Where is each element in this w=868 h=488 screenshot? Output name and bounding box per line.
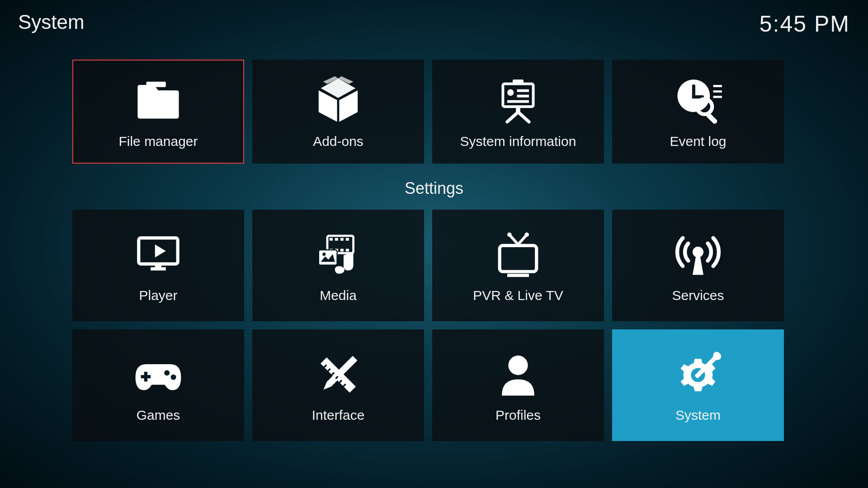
tile-services[interactable]: Services: [612, 210, 784, 321]
tile-label: Media: [320, 288, 357, 303]
tile-pvr-live-tv[interactable]: PVR & Live TV: [432, 210, 604, 321]
svg-point-2: [507, 89, 514, 96]
svg-rect-21: [346, 238, 349, 240]
top-row: File manager Add-ons: [72, 60, 796, 164]
tile-label: System: [675, 408, 721, 423]
presentation-icon: [491, 74, 545, 128]
tile-label: Profiles: [495, 408, 541, 423]
svg-rect-24: [340, 249, 344, 251]
user-icon: [491, 348, 545, 402]
svg-point-46: [508, 355, 528, 375]
svg-rect-7: [513, 80, 524, 84]
page-title: System: [18, 11, 85, 33]
svg-rect-31: [507, 273, 529, 277]
settings-heading: Settings: [72, 179, 796, 198]
monitor-play-icon: [131, 228, 185, 282]
gamepad-icon: [131, 348, 185, 402]
svg-rect-26: [319, 250, 337, 265]
tile-system-information[interactable]: System information: [432, 60, 604, 164]
box-icon: [311, 74, 365, 128]
gear-wrench-icon: [671, 348, 725, 402]
svg-point-32: [693, 246, 703, 257]
folder-icon: [131, 74, 185, 128]
svg-point-35: [164, 370, 170, 375]
tile-interface[interactable]: Interface: [252, 329, 424, 441]
tile-label: Add-ons: [313, 134, 363, 149]
svg-rect-19: [335, 238, 338, 240]
svg-point-30: [524, 232, 529, 237]
svg-rect-5: [507, 100, 529, 103]
svg-rect-12: [713, 90, 722, 93]
tile-label: Games: [137, 408, 180, 423]
svg-point-27: [322, 253, 326, 256]
clock-search-icon: [671, 74, 725, 128]
tile-file-manager[interactable]: File manager: [72, 60, 244, 164]
broadcast-icon: [671, 228, 725, 282]
tile-label: Services: [672, 288, 724, 303]
media-stack-icon: [311, 228, 365, 282]
svg-rect-16: [155, 264, 161, 268]
tile-media[interactable]: Media: [252, 210, 424, 321]
svg-point-29: [507, 232, 512, 237]
tile-label: PVR & Live TV: [473, 288, 563, 303]
tv-icon: [491, 228, 545, 282]
svg-rect-3: [517, 89, 529, 92]
tile-add-ons[interactable]: Add-ons: [252, 60, 424, 164]
tile-label: Interface: [312, 408, 365, 423]
clock: 5:45 PM: [760, 11, 850, 37]
svg-rect-13: [713, 96, 722, 98]
tile-system[interactable]: System: [612, 329, 784, 441]
svg-rect-25: [346, 249, 349, 251]
tile-label: System information: [460, 134, 576, 149]
tile-games[interactable]: Games: [72, 329, 244, 441]
pencil-ruler-icon: [311, 348, 365, 402]
header: System 5:45 PM: [0, 0, 868, 37]
svg-rect-34: [141, 375, 151, 378]
svg-rect-18: [330, 238, 333, 240]
svg-rect-10: [705, 112, 718, 125]
svg-rect-28: [500, 245, 537, 272]
tile-profiles[interactable]: Profiles: [432, 329, 604, 441]
tile-label: File manager: [118, 134, 198, 149]
svg-rect-0: [146, 82, 166, 87]
svg-point-36: [171, 374, 176, 380]
svg-rect-4: [517, 95, 529, 98]
svg-rect-11: [713, 85, 722, 87]
tile-player[interactable]: Player: [72, 210, 244, 321]
tile-event-log[interactable]: Event log: [612, 60, 784, 164]
settings-grid: Player Media: [72, 210, 796, 441]
content: File manager Add-ons: [0, 60, 868, 441]
tile-label: Event log: [670, 134, 726, 149]
tile-label: Player: [139, 288, 177, 303]
svg-rect-20: [340, 238, 344, 240]
